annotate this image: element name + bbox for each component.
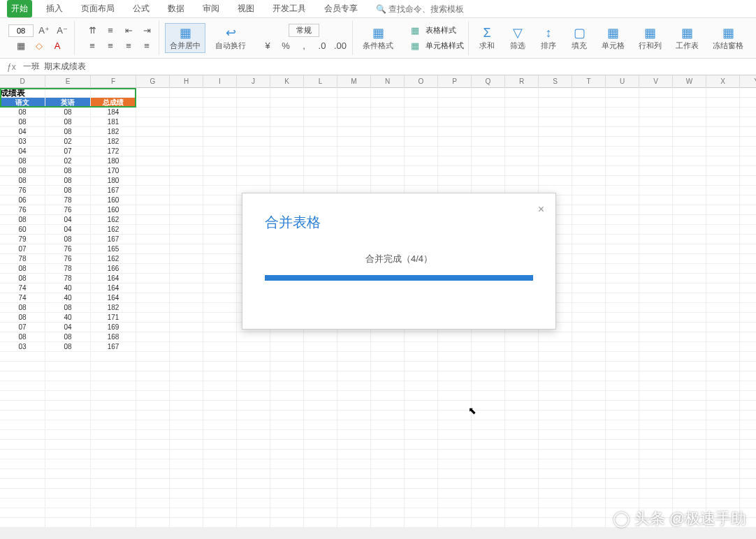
table-row[interactable] bbox=[0, 469, 756, 479]
col-header[interactable]: O bbox=[405, 75, 438, 88]
cell[interactable] bbox=[706, 137, 740, 147]
cell[interactable] bbox=[740, 440, 756, 450]
cell[interactable] bbox=[270, 108, 304, 117]
cell[interactable] bbox=[673, 313, 706, 323]
cell[interactable] bbox=[673, 215, 706, 225]
cell[interactable] bbox=[706, 420, 740, 430]
cell[interactable] bbox=[438, 411, 472, 420]
cell[interactable] bbox=[136, 342, 170, 352]
cell[interactable]: 76 bbox=[45, 254, 91, 264]
cell[interactable]: 08 bbox=[0, 108, 45, 117]
cell[interactable] bbox=[45, 411, 91, 420]
cell[interactable] bbox=[606, 235, 639, 244]
cell[interactable] bbox=[572, 469, 606, 479]
cell[interactable] bbox=[371, 450, 405, 459]
cell[interactable] bbox=[304, 147, 337, 156]
cell[interactable] bbox=[639, 352, 673, 362]
cell[interactable] bbox=[539, 440, 572, 450]
cell[interactable] bbox=[170, 176, 203, 186]
cell[interactable] bbox=[203, 186, 237, 195]
cond-format-button[interactable]: ▦ 条件格式 bbox=[358, 24, 398, 52]
cell[interactable] bbox=[237, 489, 270, 499]
cell[interactable] bbox=[606, 362, 639, 371]
cell[interactable] bbox=[203, 420, 237, 430]
cell[interactable] bbox=[539, 391, 572, 401]
cell[interactable] bbox=[740, 332, 756, 342]
cell[interactable] bbox=[270, 176, 304, 186]
cell[interactable] bbox=[203, 235, 237, 244]
cell[interactable] bbox=[740, 176, 756, 186]
cell[interactable] bbox=[170, 127, 203, 137]
cell[interactable] bbox=[639, 332, 673, 342]
cell[interactable] bbox=[572, 205, 606, 215]
cell[interactable]: 08 bbox=[0, 332, 45, 342]
cell[interactable] bbox=[706, 440, 740, 450]
cell[interactable] bbox=[170, 108, 203, 117]
cell[interactable] bbox=[45, 391, 91, 401]
cell[interactable] bbox=[639, 469, 673, 479]
cell[interactable] bbox=[237, 391, 270, 401]
cell[interactable] bbox=[472, 371, 505, 381]
cell[interactable] bbox=[706, 195, 740, 205]
cell[interactable] bbox=[706, 411, 740, 420]
cell[interactable] bbox=[170, 430, 203, 440]
cell[interactable] bbox=[170, 117, 203, 127]
cell[interactable] bbox=[673, 489, 706, 499]
cell[interactable] bbox=[606, 186, 639, 195]
cell[interactable] bbox=[304, 459, 337, 469]
cell[interactable] bbox=[405, 127, 438, 137]
cell[interactable] bbox=[572, 440, 606, 450]
table-row[interactable] bbox=[0, 430, 756, 440]
cell[interactable] bbox=[270, 98, 304, 108]
cell[interactable] bbox=[91, 362, 136, 371]
cell[interactable] bbox=[304, 88, 337, 98]
cell[interactable] bbox=[0, 411, 45, 420]
cell[interactable] bbox=[237, 332, 270, 342]
cell[interactable] bbox=[673, 381, 706, 391]
cell[interactable] bbox=[505, 166, 539, 176]
table-row[interactable]: 0808184 bbox=[0, 108, 756, 117]
cell[interactable]: 170 bbox=[91, 166, 136, 176]
table-row[interactable] bbox=[0, 401, 756, 411]
cell[interactable] bbox=[472, 430, 505, 440]
cell[interactable] bbox=[405, 176, 438, 186]
cell[interactable] bbox=[337, 137, 371, 147]
cell[interactable] bbox=[237, 440, 270, 450]
cell[interactable] bbox=[572, 362, 606, 371]
cell[interactable] bbox=[472, 108, 505, 117]
cell[interactable] bbox=[304, 371, 337, 381]
cell[interactable] bbox=[0, 381, 45, 391]
cell[interactable] bbox=[606, 450, 639, 459]
cell[interactable] bbox=[170, 362, 203, 371]
table-row[interactable] bbox=[0, 479, 756, 489]
cell[interactable] bbox=[505, 342, 539, 352]
cell[interactable] bbox=[270, 479, 304, 489]
cell[interactable] bbox=[673, 166, 706, 176]
cell[interactable] bbox=[472, 411, 505, 420]
cell[interactable] bbox=[539, 352, 572, 362]
cell[interactable] bbox=[539, 381, 572, 391]
cell[interactable] bbox=[91, 391, 136, 401]
cell[interactable]: 169 bbox=[91, 323, 136, 332]
cell[interactable] bbox=[0, 420, 45, 430]
cell[interactable] bbox=[136, 499, 170, 508]
cell[interactable] bbox=[740, 371, 756, 381]
cell[interactable] bbox=[472, 166, 505, 176]
cell[interactable] bbox=[572, 264, 606, 274]
cell[interactable] bbox=[136, 88, 170, 98]
table-row[interactable]: 0808168 bbox=[0, 332, 756, 342]
cell[interactable] bbox=[337, 98, 371, 108]
cell[interactable] bbox=[639, 313, 673, 323]
cell[interactable]: 08 bbox=[45, 303, 91, 313]
cell[interactable] bbox=[639, 88, 673, 98]
cell[interactable] bbox=[539, 489, 572, 499]
cell[interactable] bbox=[170, 195, 203, 205]
cell[interactable] bbox=[405, 332, 438, 342]
cell[interactable] bbox=[572, 303, 606, 313]
cell[interactable] bbox=[639, 283, 673, 293]
cell[interactable] bbox=[673, 274, 706, 283]
cell[interactable] bbox=[136, 469, 170, 479]
cell[interactable]: 08 bbox=[0, 313, 45, 323]
cell[interactable] bbox=[136, 479, 170, 489]
cell[interactable] bbox=[639, 499, 673, 508]
